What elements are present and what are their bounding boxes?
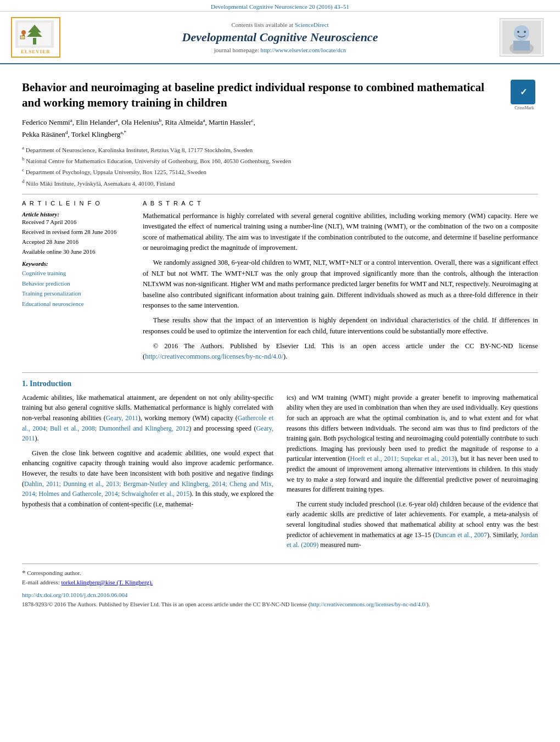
- thumbnail-image: [500, 18, 544, 57]
- abstract-col: A B S T R A C T Mathematical performance…: [143, 200, 538, 367]
- revised-date: Received in revised form 28 June 2016: [22, 228, 132, 235]
- footnote-area: * Corresponding author. E-mail address: …: [22, 564, 538, 609]
- journal-header: ELSEVIER Contents lists available at Sci…: [0, 12, 560, 64]
- received-date: Received 7 April 2016: [22, 219, 132, 225]
- keyword-1[interactable]: Cognitive training: [22, 270, 66, 276]
- intro-col-1: Academic abilities, like mathematical at…: [22, 393, 273, 555]
- journal-reference: Developmental Cognitive Neuroscience 20 …: [0, 0, 560, 12]
- doi-line: http://dx.doi.org/10.1016/j.dcn.2016.06.…: [22, 592, 538, 598]
- available-date: Available online 30 June 2016: [22, 248, 132, 255]
- intro-col-2: ics) and WM training (WMT) might provide…: [287, 393, 538, 555]
- svg-rect-6: [20, 36, 25, 39]
- svg-point-8: [514, 25, 529, 41]
- journal-title: Developmental Cognitive Neuroscience: [71, 30, 489, 44]
- author-klingberg: Torkel Klingberg: [71, 130, 120, 138]
- main-content: Behavior and neuroimaging at baseline pr…: [0, 64, 560, 614]
- corresponding-label: Corresponding author.: [27, 570, 81, 576]
- ref-jordan[interactable]: Jordan et al. (2009): [287, 531, 538, 549]
- bottom-cc-link[interactable]: http://creativecommons.org/licenses/by-n…: [310, 601, 427, 607]
- separator-2: [22, 372, 538, 373]
- separator-1: [22, 194, 538, 194]
- email-label: E-mail address:: [22, 579, 61, 585]
- author-rasanen: Pekka Räsänen: [22, 130, 65, 138]
- journal-header-center: Contents lists available at ScienceDirec…: [71, 21, 489, 53]
- article-info-abstract: A R T I C L E I N F O Article history: R…: [22, 200, 538, 367]
- article-title-section: Behavior and neuroimaging at baseline pr…: [22, 80, 538, 111]
- article-title: Behavior and neuroimaging at baseline pr…: [22, 80, 502, 111]
- accepted-date: Accepted 28 June 2016: [22, 238, 132, 245]
- abstract-text: Mathematical performance is highly corre…: [143, 211, 538, 362]
- sciencedirect-link[interactable]: ScienceDirect: [295, 21, 329, 28]
- bottom-copyright: 1878-9293/© 2016 The Authors. Published …: [22, 600, 538, 609]
- affiliations: a Department of Neuroscience, Karolinska…: [22, 144, 538, 188]
- intro-p4: The current study included preschool (i.…: [287, 499, 538, 550]
- keyword-3[interactable]: Training personalization: [22, 290, 81, 297]
- homepage-line: journal homepage: http://www.elsevier.co…: [71, 47, 489, 53]
- svg-point-4: [21, 30, 26, 35]
- author-helenius: Ola Helenius: [121, 118, 159, 126]
- abstract-para-2: We randomly assigned 308, 6-year-old chi…: [143, 258, 538, 311]
- author-helander: Elin Helander: [76, 118, 116, 126]
- intro-p1: Academic abilities, like mathematical at…: [22, 393, 273, 444]
- abstract-copyright: © 2016 The Authors. Published by Elsevie…: [143, 341, 538, 362]
- ref-hoeft[interactable]: Hoeft et al., 2011; Supekar et al., 2013: [350, 455, 455, 462]
- cc-license-link[interactable]: http://creativecommons.org/licenses/by-n…: [145, 353, 283, 360]
- keywords-list: Cognitive training Behavior prediction T…: [22, 268, 132, 309]
- crossmark-icon[interactable]: ✓: [511, 80, 535, 104]
- sciencedirect-line: Contents lists available at ScienceDirec…: [71, 21, 489, 28]
- email-link[interactable]: torkel.klingberg@kise (T. Klingberg).: [61, 579, 153, 585]
- abstract-para-3: These results show that the impact of an…: [143, 315, 538, 337]
- article-info-col: A R T I C L E I N F O Article history: R…: [22, 200, 132, 367]
- homepage-url[interactable]: http://www.elsevier.com/locate/dcn: [261, 47, 346, 53]
- ref-duncan[interactable]: Duncan et al., 2007: [435, 531, 487, 539]
- keyword-2[interactable]: Behavior prediction: [22, 280, 70, 287]
- history-label: Article history:: [22, 211, 132, 217]
- keywords-label: Keywords:: [22, 260, 132, 267]
- svg-rect-10: [513, 41, 530, 51]
- ref-dahlin[interactable]: Dahlin, 2011; Dunning et al., 2013; Berg…: [22, 480, 273, 498]
- intro-body: Academic abilities, like mathematical at…: [22, 393, 538, 555]
- crossmark-section: ✓ CrossMark: [511, 80, 538, 110]
- author-almeida: Rita Almeida: [165, 118, 203, 126]
- doi-link[interactable]: http://dx.doi.org/10.1016/j.dcn.2016.06.…: [22, 592, 128, 598]
- abstract-para-1: Mathematical performance is highly corre…: [143, 211, 538, 254]
- svg-rect-1: [33, 38, 36, 44]
- authors-line: Federico Nemmia, Elin Helandera, Ola Hel…: [22, 116, 538, 141]
- svg-point-11: [517, 31, 519, 33]
- keyword-4[interactable]: Educational neuroscience: [22, 300, 84, 307]
- header-right-logo: [500, 18, 549, 57]
- ref-geary-2011[interactable]: Geary, 2011: [106, 414, 138, 422]
- journal-ref-text: Developmental Cognitive Neuroscience 20 …: [211, 3, 349, 10]
- intro-p3: ics) and WM training (WMT) might provide…: [287, 393, 538, 495]
- amount-text: amount: [317, 465, 337, 473]
- elsevier-logo: ELSEVIER: [11, 17, 60, 58]
- abstract-heading: A B S T R A C T: [143, 200, 538, 207]
- ref-gathercole[interactable]: Gathercole et al., 2004; Bull et al., 20…: [22, 414, 273, 432]
- crossmark-label: CrossMark: [511, 105, 538, 110]
- svg-point-12: [524, 31, 526, 33]
- intro-heading: 1. Introduction: [22, 380, 538, 388]
- author-hassler: Martin Hassler: [209, 118, 251, 126]
- article-info-heading: A R T I C L E I N F O: [22, 200, 132, 207]
- svg-text:✓: ✓: [519, 87, 527, 97]
- intro-section: 1. Introduction Academic abilities, like…: [22, 380, 538, 555]
- author-nemmi: Federico Nemmi: [22, 118, 70, 126]
- intro-p2: Given the close link between cognitive a…: [22, 448, 273, 510]
- footnote-text: * Corresponding author. E-mail address: …: [22, 567, 538, 587]
- footnote-star: *: [22, 568, 26, 577]
- elsevier-text-label: ELSEVIER: [15, 49, 56, 54]
